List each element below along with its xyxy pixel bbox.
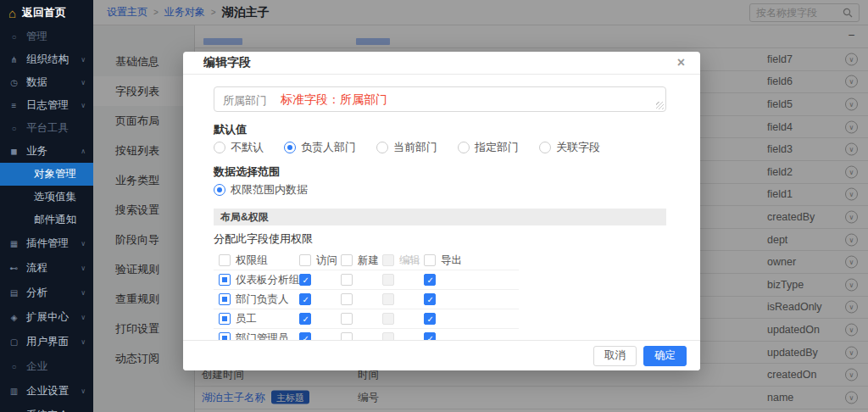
sidebar-item-option-value-sets[interactable]: 选项值集: [0, 186, 93, 209]
radio-current-department[interactable]: 当前部门: [376, 140, 437, 155]
create-checkbox[interactable]: [341, 293, 353, 305]
row-indeterminate-checkbox[interactable]: [219, 332, 231, 340]
create-all-checkbox[interactable]: [341, 254, 353, 266]
permission-group-name: 部门管理员: [236, 331, 289, 341]
sidebar-item-workflow[interactable]: ⊷流程∨: [0, 256, 93, 281]
sidebar-item-plugin-management[interactable]: ▦插件管理∨: [0, 231, 93, 256]
chevron-down-icon: ∨: [81, 264, 86, 272]
sidebar-item-system-security[interactable]: ◆系统安全∨: [0, 404, 93, 412]
export-checkbox[interactable]: [424, 274, 436, 286]
access-checkbox[interactable]: [299, 332, 311, 340]
assign-permission-subtitle: 分配此字段使用权限: [214, 231, 666, 244]
export-checkbox[interactable]: [424, 313, 436, 325]
create-checkbox[interactable]: [341, 332, 353, 340]
chevron-down-icon: ∨: [81, 314, 86, 321]
ui-icon: ▢: [8, 337, 19, 347]
permission-row: 部门管理员: [214, 329, 519, 340]
sidebar-item-label: 插件管理: [26, 237, 69, 251]
radio-no-default[interactable]: 不默认: [214, 140, 264, 155]
sidebar-item-label: 管理: [26, 30, 47, 44]
export-checkbox[interactable]: [424, 293, 436, 305]
radio-selected-icon: [284, 142, 296, 153]
app-root: 设置主页 > 业务对象 > 湖泊主子 – field7∨ field6∨ fie…: [0, 0, 868, 412]
log-management-icon: ≡: [8, 101, 19, 110]
sidebar-item-email-notifications[interactable]: 邮件通知: [0, 209, 93, 231]
radio-icon: [458, 142, 470, 153]
sidebar-item-object-management[interactable]: 对象管理: [0, 163, 93, 186]
radio-icon: [376, 142, 388, 153]
sidebar-item-business[interactable]: ◼业务∧: [0, 140, 93, 163]
edit-all-checkbox-disabled: [382, 254, 394, 266]
sidebar-item-log-management[interactable]: ≡日志管理∨: [0, 94, 93, 117]
home-icon: ⌂: [8, 7, 16, 19]
resize-handle-icon[interactable]: [656, 102, 664, 109]
sidebar-item-analysis[interactable]: ▤分析∨: [0, 281, 93, 305]
radio-label: 负责人部门: [301, 140, 356, 155]
access-checkbox[interactable]: [299, 313, 311, 325]
sidebar-item-label: 流程: [26, 261, 47, 276]
row-indeterminate-checkbox[interactable]: [219, 293, 231, 305]
extension-center-icon: ◈: [8, 313, 19, 322]
permission-group-name: 部门负责人: [236, 292, 289, 307]
edit-checkbox-disabled: [382, 274, 394, 286]
sidebar-home-label: 返回首页: [22, 5, 66, 20]
export-all-checkbox[interactable]: [424, 254, 436, 266]
modal-header: 编辑字段 ×: [183, 52, 700, 75]
field-name-value: 所属部门: [223, 94, 267, 107]
radio-permission-scope-data[interactable]: 权限范围内数据: [214, 182, 308, 198]
layout-permission-section-bar: 布局&权限: [214, 209, 666, 225]
plugin-management-icon: ▦: [8, 239, 19, 248]
sidebar-item-label: 业务: [26, 144, 47, 159]
sidebar-item-label: 分析: [26, 286, 47, 300]
chevron-down-icon: ∨: [81, 102, 86, 109]
admin-icon: ○: [8, 32, 19, 42]
sidebar-item-home[interactable]: ⌂ 返回首页: [0, 0, 93, 25]
data-icon: ◷: [8, 78, 19, 87]
close-icon[interactable]: ×: [677, 54, 685, 70]
radio-specified-department[interactable]: 指定部门: [458, 140, 519, 155]
radio-icon: [539, 142, 551, 153]
sidebar-item-data[interactable]: ◷数据∨: [0, 71, 93, 94]
column-permission-group: 权限组: [236, 253, 268, 268]
sidebar-item-enterprise[interactable]: ○企业: [0, 354, 93, 379]
field-name-textarea[interactable]: 所属部门 标准字段：所属部门: [214, 86, 666, 112]
workflow-icon: ⊷: [8, 264, 19, 273]
row-indeterminate-checkbox[interactable]: [219, 274, 231, 286]
access-all-checkbox[interactable]: [299, 254, 311, 266]
default-value-options: 不默认 负责人部门 当前部门 指定部门 关联字段: [214, 141, 666, 154]
cancel-button[interactable]: 取消: [593, 346, 637, 366]
select-all-checkbox[interactable]: [219, 254, 231, 266]
data-scope-options: 权限范围内数据: [214, 183, 666, 197]
main-sidebar: ⌂ 返回首页 ○管理 ⋔组织结构∨ ◷数据∨ ≡日志管理∨ ○平台工具 ◼业务∧…: [0, 0, 93, 412]
permission-row: 仪表板分析组件: [214, 270, 519, 290]
standard-field-annotation: 标准字段：所属部门: [281, 92, 387, 108]
edit-checkbox-disabled: [382, 293, 394, 305]
sidebar-item-enterprise-settings[interactable]: ▥企业设置∨: [0, 379, 93, 404]
chevron-up-icon: ∧: [81, 148, 86, 155]
org-structure-icon: ⋔: [8, 55, 19, 64]
permission-group-name: 员工: [236, 312, 257, 326]
sidebar-item-label: 企业: [26, 359, 47, 374]
sidebar-item-extension-center[interactable]: ◈扩展中心∨: [0, 305, 93, 330]
access-checkbox[interactable]: [299, 274, 311, 286]
data-scope-label: 数据选择范围: [214, 164, 666, 177]
permission-table: 权限组 访问 新建 编辑 导出 仪表板分析组件 部门负责人: [214, 251, 519, 340]
export-checkbox[interactable]: [424, 332, 436, 340]
sidebar-item-platform-tools[interactable]: ○平台工具: [0, 117, 93, 140]
radio-label: 关联字段: [556, 140, 600, 155]
sidebar-item-label: 日志管理: [26, 98, 69, 113]
create-checkbox[interactable]: [341, 313, 353, 325]
sidebar-item-admin[interactable]: ○管理: [0, 25, 93, 48]
permission-header-row: 权限组 访问 新建 编辑 导出: [214, 251, 519, 270]
create-checkbox[interactable]: [341, 274, 353, 286]
sidebar-item-label: 企业设置: [26, 384, 69, 398]
radio-owner-department[interactable]: 负责人部门: [284, 140, 356, 155]
row-indeterminate-checkbox[interactable]: [219, 313, 231, 325]
confirm-button[interactable]: 确定: [643, 346, 687, 366]
access-checkbox[interactable]: [299, 293, 311, 305]
business-icon: ◼: [8, 147, 19, 156]
radio-related-field[interactable]: 关联字段: [539, 140, 600, 155]
chevron-down-icon: ∨: [81, 289, 86, 297]
sidebar-item-user-interface[interactable]: ▢用户界面∨: [0, 330, 93, 354]
sidebar-item-org-structure[interactable]: ⋔组织结构∨: [0, 48, 93, 71]
